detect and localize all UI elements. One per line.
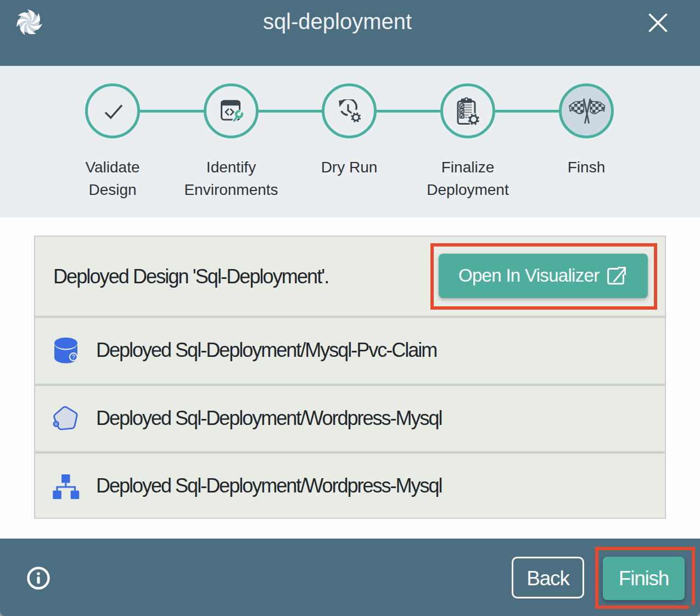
svg-text:?: ? [72,354,75,360]
